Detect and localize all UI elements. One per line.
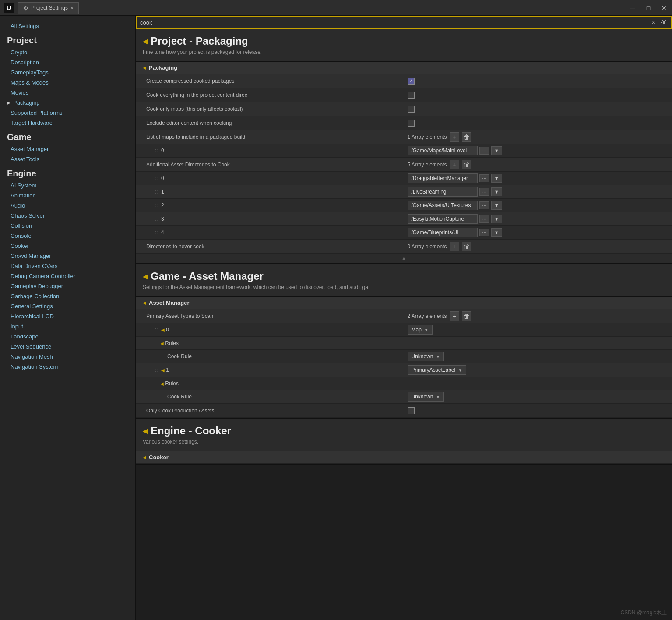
drag-handle-assetdir-0[interactable]: :: — [153, 175, 160, 181]
maximize-button[interactable]: □ — [640, 0, 656, 16]
sidebar-link-crypto[interactable]: Crypto — [0, 47, 135, 57]
sidebar-link-packaging[interactable]: ▶ Packaging — [0, 98, 135, 108]
packaging-label: Packaging — [13, 99, 40, 106]
sidebar-link-level-sequence[interactable]: Level Sequence — [0, 342, 135, 352]
project-settings-tab[interactable]: ⚙ Project Settings × — [18, 2, 79, 14]
map-0-field[interactable]: /Game/Maps/MainLevel — [408, 146, 478, 155]
map-0-menu-btn[interactable]: ··· — [479, 147, 489, 155]
assetdir-2-dropdown-btn[interactable]: ▼ — [491, 201, 502, 210]
title-bar: U ⚙ Project Settings × ─ □ ✕ — [0, 0, 672, 16]
assetdir-3-field[interactable]: /EasykitMotionCapture — [408, 214, 478, 224]
drag-handle-assetdir-1[interactable]: :: — [153, 189, 160, 195]
array-item-label-assetdir-0: :: 0 — [136, 173, 404, 183]
sidebar-link-input[interactable]: Input — [0, 321, 135, 331]
close-button[interactable]: ✕ — [656, 0, 672, 16]
prop-label-cook-only-maps: Cook only maps (this only affects cookal… — [136, 103, 404, 115]
sidebar-link-chaos-solver[interactable]: Chaos Solver — [0, 211, 135, 221]
sidebar-link-navigation-system[interactable]: Navigation System — [0, 362, 135, 372]
prop-rules-1: ◀ Rules — [136, 377, 672, 390]
array-add-primary-asset-types[interactable]: + — [450, 311, 459, 321]
section-am-tri-icon: ◀ — [143, 272, 148, 281]
category-cooker: ◀ Cooker — [136, 451, 672, 464]
checkbox-cook-everything[interactable] — [408, 92, 415, 99]
sidebar-link-target-hardware[interactable]: Target Hardware — [0, 118, 135, 128]
drag-handle-assetdir-3[interactable]: :: — [153, 216, 160, 222]
array-remove-dirs-never-cook[interactable]: 🗑 — [462, 242, 471, 251]
array-remove-additional-dirs[interactable]: 🗑 — [462, 160, 471, 169]
checkbox-exclude-editor[interactable] — [408, 120, 415, 127]
checkbox-only-cook-production[interactable] — [408, 407, 415, 414]
sidebar-link-debug-camera[interactable]: Debug Camera Controller — [0, 271, 135, 281]
sidebar-link-crowd-manager[interactable]: Crowd Manager — [0, 251, 135, 261]
prop-label-only-cook-production: Only Cook Production Assets — [136, 405, 404, 416]
cook-rule-1-select[interactable]: Unknown ▼ — [408, 392, 444, 402]
assetdir-3-dropdown-btn[interactable]: ▼ — [491, 215, 502, 223]
sidebar-link-collision[interactable]: Collision — [0, 221, 135, 231]
array-add-dirs-never-cook[interactable]: + — [450, 242, 459, 251]
section-packaging: ◀ Project - Packaging Fine tune how your… — [136, 29, 672, 264]
asset-type-0-select-arrow: ▼ — [424, 328, 429, 332]
sidebar-link-gameplaytags[interactable]: GameplayTags — [0, 67, 135, 78]
sidebar-link-maps-modes[interactable]: Maps & Modes — [0, 78, 135, 88]
drag-handle-asset-type-0[interactable]: :: — [153, 327, 160, 333]
sidebar-link-navigation-mesh[interactable]: Navigation Mesh — [0, 352, 135, 362]
assetdir-4-field[interactable]: /Game/Blueprints/UI — [408, 228, 478, 237]
cook-rule-0-select[interactable]: Unknown ▼ — [408, 352, 444, 361]
sidebar-link-all-settings[interactable]: All Settings — [0, 21, 135, 31]
section-asset-manager-header: ◀ Game - Asset Manager Settings for the … — [136, 264, 672, 297]
sidebar-all-settings[interactable]: All Settings — [0, 21, 135, 31]
array-item-asset-type-1: :: ◀ 1 PrimaryAssetLabel ▼ — [136, 363, 672, 377]
map-0-dropdown-btn[interactable]: ▼ — [491, 146, 502, 155]
sidebar-link-gameplay-debugger[interactable]: Gameplay Debugger — [0, 281, 135, 291]
asset-type-0-select[interactable]: Map ▼ — [408, 325, 433, 335]
sidebar-link-description[interactable]: Description — [0, 57, 135, 67]
array-add-additional-dirs[interactable]: + — [450, 160, 459, 169]
assetdir-1-field[interactable]: /LiveStreaming — [408, 187, 478, 197]
sidebar-link-movies[interactable]: Movies — [0, 88, 135, 98]
sidebar-link-data-driven-cvars[interactable]: Data Driven CVars — [0, 261, 135, 271]
sidebar-link-ai-system[interactable]: AI System — [0, 180, 135, 190]
assetdir-1-menu-btn[interactable]: ··· — [479, 188, 489, 196]
sidebar-link-asset-tools[interactable]: Asset Tools — [0, 154, 135, 164]
checkbox-cook-only-maps[interactable] — [408, 106, 415, 113]
prop-value-cook-rule-0: Unknown ▼ — [404, 350, 672, 363]
array-item-value-assetdir-3: /EasykitMotionCapture ··· ▼ — [404, 212, 672, 225]
search-clear-button[interactable]: × — [652, 19, 655, 26]
drag-handle-assetdir-4[interactable]: :: — [153, 229, 160, 236]
sidebar-link-asset-manager[interactable]: Asset Manager — [0, 144, 135, 154]
assetdir-1-dropdown-btn[interactable]: ▼ — [491, 187, 502, 196]
prop-value-cook-rule-1: Unknown ▼ — [404, 390, 672, 403]
array-add-list-maps[interactable]: + — [450, 132, 459, 142]
assetdir-4-dropdown-btn[interactable]: ▼ — [491, 228, 502, 237]
sidebar-link-console[interactable]: Console — [0, 231, 135, 241]
drag-handle-assetdir-2[interactable]: :: — [153, 202, 160, 208]
array-item-value-asset-type-1: PrimaryAssetLabel ▼ — [404, 363, 672, 377]
checkbox-create-compressed[interactable] — [408, 78, 415, 85]
sidebar-link-cooker[interactable]: Cooker — [0, 241, 135, 251]
sidebar-link-hierarchical-lod[interactable]: Hierarchical LOD — [0, 311, 135, 321]
sidebar-link-landscape[interactable]: Landscape — [0, 331, 135, 342]
search-input[interactable] — [140, 19, 648, 26]
category-am-tri-icon: ◀ — [143, 300, 146, 305]
asset-type-1-select[interactable]: PrimaryAssetLabel ▼ — [408, 365, 467, 375]
array-remove-list-maps[interactable]: 🗑 — [462, 132, 471, 142]
close-tab-icon[interactable]: × — [70, 5, 73, 11]
assetdir-3-menu-btn[interactable]: ··· — [479, 215, 489, 223]
minimize-button[interactable]: ─ — [625, 0, 640, 16]
eye-icon[interactable]: 👁 — [661, 18, 668, 26]
assetdir-0-field[interactable]: /DraggableItemManager — [408, 173, 478, 183]
assetdir-2-field[interactable]: /Game/Assets/UITextures — [408, 201, 478, 210]
array-remove-primary-asset-types[interactable]: 🗑 — [462, 311, 471, 321]
assetdir-4-menu-btn[interactable]: ··· — [479, 229, 489, 236]
assetdir-0-menu-btn[interactable]: ··· — [479, 174, 489, 182]
sidebar-link-garbage-collection[interactable]: Garbage Collection — [0, 291, 135, 301]
scroll-arrow-icon[interactable]: ▲ — [401, 255, 407, 261]
assetdir-0-dropdown-btn[interactable]: ▼ — [491, 174, 502, 183]
sidebar-link-general-settings[interactable]: General Settings — [0, 301, 135, 311]
drag-handle-map-0[interactable]: :: — [153, 148, 160, 154]
sidebar-link-animation[interactable]: Animation — [0, 190, 135, 201]
sidebar-link-audio[interactable]: Audio — [0, 201, 135, 211]
sidebar-link-supported-platforms[interactable]: Supported Platforms — [0, 108, 135, 118]
drag-handle-asset-type-1[interactable]: :: — [153, 367, 160, 373]
assetdir-2-menu-btn[interactable]: ··· — [479, 201, 489, 209]
